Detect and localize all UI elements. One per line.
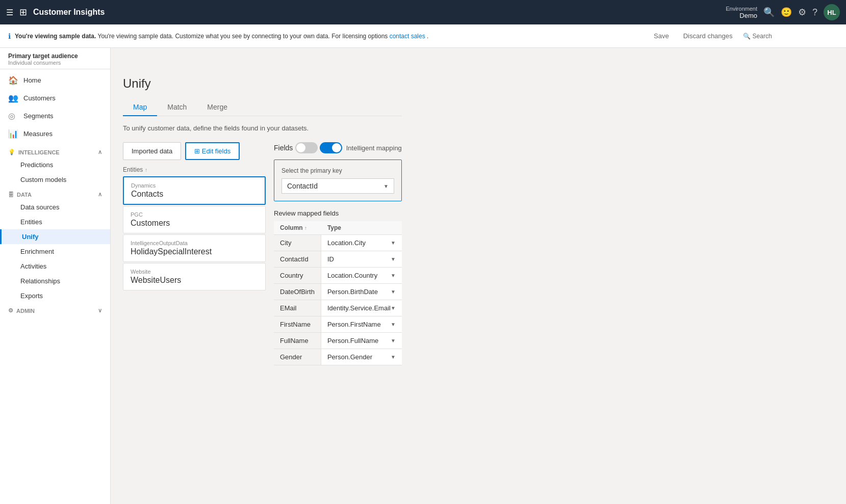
tab-map[interactable]: Map	[123, 99, 157, 116]
sidebar-item-label: Customers	[23, 94, 56, 102]
sidebar-item-measures[interactable]: 📊 Measures	[0, 125, 110, 143]
sidebar-group-intelligence[interactable]: 💡 Intelligence ∧	[0, 145, 110, 157]
sidebar-item-custom-models[interactable]: Custom models	[0, 172, 110, 187]
type-value: ID	[327, 255, 334, 263]
tab-merge[interactable]: Merge	[197, 99, 238, 116]
customers-icon: 👥	[8, 93, 18, 103]
type-value: Location.Country	[327, 272, 377, 279]
info-icon: ℹ	[8, 32, 11, 40]
type-value: Person.FirstName	[327, 321, 381, 328]
table-row: ContactId ID ▼	[274, 251, 402, 268]
edit-fields-button[interactable]: ⊞ Edit fields	[185, 142, 240, 160]
sidebar-group-data[interactable]: 🗄 Data ∧	[0, 187, 110, 200]
discard-button[interactable]: Discard changes	[679, 30, 737, 42]
save-button[interactable]: Save	[650, 30, 673, 42]
sidebar-group-admin[interactable]: ⚙ Admin ∨	[0, 303, 110, 316]
entity-item[interactable]: Website WebsiteUsers	[123, 263, 266, 290]
tab-match[interactable]: Match	[157, 99, 197, 116]
two-panel: Imported data ⊞ Edit fields Entities ↑ D…	[123, 142, 402, 365]
type-chevron-icon: ▼	[391, 322, 396, 327]
imported-data-button[interactable]: Imported data	[123, 142, 181, 160]
toggle-off[interactable]	[295, 142, 318, 153]
search-icon[interactable]: 🔍	[763, 7, 775, 18]
primary-target-label: Primary target audience	[8, 52, 102, 60]
column-cell: FirstName	[274, 316, 321, 332]
top-bar: ☰ ⊞ Customer Insights Environment Demo 🔍…	[0, 0, 846, 24]
sidebar-item-label: Segments	[23, 112, 54, 120]
smiley-icon[interactable]: 🙂	[781, 7, 792, 18]
type-chevron-icon: ▼	[391, 240, 396, 246]
entity-item[interactable]: IntelligenceOutputData HolidaySpecialInt…	[123, 234, 266, 262]
entity-name: Contacts	[131, 190, 258, 199]
app-title: Customer Insights	[33, 8, 373, 17]
entity-item[interactable]: Dynamics Contacts	[123, 176, 266, 205]
sidebar: A Audience insights › Primary target aud…	[0, 24, 111, 504]
entity-source: IntelligenceOutputData	[131, 240, 258, 246]
sidebar-item-data-sources[interactable]: Data sources	[0, 200, 110, 215]
fields-table: Column ↑ Type City Location.City ▼ Conta…	[274, 221, 402, 365]
type-value: Location.City	[327, 239, 366, 247]
search-icon-bar: 🔍	[743, 33, 751, 40]
type-select[interactable]: Location.Country ▼	[321, 268, 402, 283]
entity-name: HolidaySpecialInterest	[131, 247, 258, 256]
sidebar-item-relationships[interactable]: Relationships	[0, 274, 110, 288]
main-content: Unify Map Match Merge To unify customer …	[111, 66, 414, 376]
type-select[interactable]: Person.FirstName ▼	[321, 316, 402, 332]
info-bar: ℹ You're viewing sample data. You're vie…	[0, 24, 846, 48]
sidebar-item-exports[interactable]: Exports	[0, 288, 110, 303]
table-row: DateOfBirth Person.BirthDate ▼	[274, 284, 402, 300]
sort-arrow-icon: ↑	[145, 167, 147, 173]
type-select[interactable]: Person.FullName ▼	[321, 333, 402, 349]
admin-icon: ⚙	[8, 307, 13, 314]
panel-btn-row: Imported data ⊞ Edit fields	[123, 142, 266, 160]
sidebar-item-segments[interactable]: ◎ Segments	[0, 107, 110, 125]
sidebar-item-unify[interactable]: Unify	[0, 229, 110, 244]
type-select[interactable]: Person.BirthDate ▼	[321, 284, 402, 300]
entity-source: Dynamics	[131, 182, 258, 189]
edit-icon: ⊞	[194, 147, 202, 155]
type-chevron-icon: ▼	[391, 338, 396, 343]
column-cell: DateOfBirth	[274, 284, 321, 300]
column-cell: EMail	[274, 300, 321, 316]
sidebar-item-entities[interactable]: Entities	[0, 215, 110, 229]
environment-info: Environment Demo	[726, 6, 757, 19]
toggle-on[interactable]	[320, 142, 342, 153]
avatar[interactable]: HL	[824, 4, 840, 20]
type-chevron-icon: ▼	[391, 305, 396, 311]
table-row: EMail Identity.Service.Email ▼	[274, 300, 402, 316]
contact-sales-link[interactable]: contact sales	[390, 33, 425, 40]
chevron-down-icon: ▼	[383, 183, 389, 189]
type-value: Identity.Service.Email	[327, 304, 391, 312]
entity-item[interactable]: PGC Customers	[123, 206, 266, 233]
type-value: Person.Gender	[327, 353, 372, 361]
measures-icon: 📊	[8, 129, 18, 139]
main: Unify Map Match Merge To unify customer …	[111, 49, 414, 504]
help-icon[interactable]: ?	[812, 7, 817, 18]
type-chevron-icon: ▼	[391, 354, 396, 360]
type-select[interactable]: Location.City ▼	[321, 235, 402, 251]
hamburger-icon[interactable]: ☰	[6, 8, 13, 17]
intelligent-mapping-label: Intelligent mapping	[346, 144, 402, 152]
grid-icon[interactable]: ⊞	[19, 7, 27, 18]
data-icon: 🗄	[8, 192, 14, 198]
sidebar-item-enrichment[interactable]: Enrichment	[0, 244, 110, 259]
search-area[interactable]: 🔍 Search	[743, 33, 772, 40]
sidebar-item-customers[interactable]: 👥 Customers	[0, 89, 110, 107]
type-value: Person.FullName	[327, 337, 378, 344]
review-label: Review mapped fields	[274, 209, 402, 217]
column-cell: Gender	[274, 349, 321, 365]
type-select[interactable]: Identity.Service.Email ▼	[321, 300, 402, 316]
type-chevron-icon: ▼	[391, 273, 396, 278]
type-select[interactable]: ID ▼	[321, 251, 402, 267]
signup-button[interactable]: Sign up for trial	[778, 29, 838, 43]
sidebar-item-predictions[interactable]: Predictions	[0, 157, 110, 172]
info-bar-actions: Save Discard changes 🔍 Search Sign up fo…	[650, 29, 838, 43]
type-chevron-icon: ▼	[391, 256, 396, 262]
type-select[interactable]: Person.Gender ▼	[321, 349, 402, 365]
type-header: Type	[321, 221, 402, 235]
sidebar-item-home[interactable]: 🏠 Home	[0, 71, 110, 89]
intelligent-mapping: Intelligent mapping	[295, 142, 402, 153]
primary-key-select[interactable]: ContactId ▼	[281, 178, 394, 194]
sidebar-item-activities[interactable]: Activities	[0, 259, 110, 274]
settings-icon[interactable]: ⚙	[798, 7, 806, 18]
